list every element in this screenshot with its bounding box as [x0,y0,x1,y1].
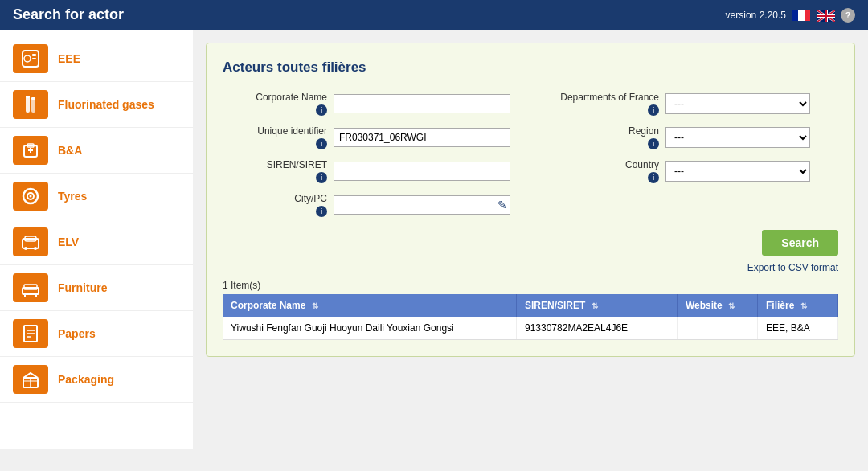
country-info-icon[interactable]: i [648,172,659,183]
cell-filiere: EEE, B&A [758,317,838,340]
unique-identifier-input[interactable] [334,128,510,147]
item-count: 1 Item(s) [223,280,838,291]
siren-siret-label: SIREN/SIRET [267,159,327,170]
corporate-name-info-icon[interactable]: i [316,104,327,116]
eee-icon [13,44,48,73]
svg-rect-14 [31,98,35,113]
corporate-name-input[interactable] [334,94,510,113]
search-form: Corporate Name i Unique identifier i [223,92,838,217]
tyres-icon [13,182,48,211]
bna-icon [13,136,48,165]
city-pc-info-icon[interactable]: i [316,206,327,217]
city-pc-input-wrap: ✎ [334,195,510,215]
header: Search for actor version 2.20.5 ? [0,0,868,30]
form-left: Corporate Name i Unique identifier i [223,92,514,217]
siren-siret-info-icon[interactable]: i [316,172,327,183]
packaging-icon [13,365,48,394]
table-header: Corporate Name ⇅ SIREN/SIRET ⇅ Website ⇅ [223,294,838,317]
region-label: Region [628,125,659,137]
sidebar-item-furniture-label: Furniture [58,281,107,294]
cell-siren-siret: 91330782MA2EAL4J6E [517,317,678,340]
sidebar-item-furniture[interactable]: Furniture [0,265,193,311]
svg-rect-13 [26,96,30,113]
search-box: Acteurs toutes filières Corporate Name i [206,43,855,357]
svg-rect-11 [32,54,36,56]
unique-identifier-row: Unique identifier i [223,125,514,149]
cell-corporate-name: Yiwushi Fengfan Guoji Huoyun Daili Youxi… [223,317,517,340]
corporate-name-row: Corporate Name i [223,92,514,116]
fluorinated-icon [13,90,48,119]
corporate-name-label: Corporate Name [256,92,327,103]
table-body: Yiwushi Fengfan Guoji Huoyun Daili Youxi… [223,317,838,340]
country-row: Country i --- [547,159,838,183]
sidebar-item-fluorinated-label: Fluorinated gases [58,98,154,111]
sidebar-item-fluorinated[interactable]: Fluorinated gases [0,82,193,128]
departments-info-icon[interactable]: i [648,104,659,116]
main-layout: EEE Fluorinated gases [0,30,868,449]
search-button[interactable]: Search [762,230,838,256]
results-table: Corporate Name ⇅ SIREN/SIRET ⇅ Website ⇅ [223,294,838,340]
sort-icon-filiere: ⇅ [800,301,807,310]
flag-fr-icon[interactable] [792,10,810,21]
svg-rect-16 [31,97,35,100]
sidebar-item-papers[interactable]: Papers [0,311,193,357]
version-text: version 2.20.5 [726,10,786,21]
table-row[interactable]: Yiwushi Fengfan Guoji Huoyun Daili Youxi… [223,317,838,340]
form-right: Departments of France i --- Region i [547,92,838,217]
sort-icon-website: ⇅ [728,301,735,310]
sidebar-item-bna-label: B&A [58,144,82,157]
sidebar-item-packaging[interactable]: Packaging [0,357,193,403]
country-select[interactable]: --- [665,161,810,182]
region-select[interactable]: --- [665,127,810,148]
svg-point-26 [24,247,27,250]
col-website[interactable]: Website ⇅ [678,294,758,317]
sidebar-item-eee-label: EEE [58,52,80,65]
sidebar: EEE Fluorinated gases [0,30,193,449]
sort-icon-corporate-name: ⇅ [312,301,318,310]
departments-select[interactable]: --- [665,93,810,114]
col-filiere[interactable]: Filière ⇅ [758,294,838,317]
help-icon[interactable]: ? [841,8,855,23]
search-button-row: Search [223,230,838,256]
export-row: Export to CSV format [223,262,838,273]
siren-siret-row: SIREN/SIRET i [223,159,514,183]
svg-point-10 [24,55,31,62]
siren-siret-input[interactable] [334,162,510,181]
section-title: Acteurs toutes filières [223,59,838,76]
col-siren-siret[interactable]: SIREN/SIRET ⇅ [517,294,678,317]
departments-row: Departments of France i --- [547,92,838,116]
elv-icon [13,227,48,256]
sidebar-item-elv[interactable]: ELV [0,219,193,265]
papers-icon [13,319,48,348]
city-pc-edit-icon[interactable]: ✎ [497,199,507,211]
export-csv-link[interactable]: Export to CSV format [747,262,838,273]
svg-rect-15 [26,96,30,98]
page-title: Search for actor [13,6,124,23]
region-row: Region i --- [547,125,838,149]
unique-identifier-info-icon[interactable]: i [316,138,327,149]
departments-label: Departments of France [560,92,659,103]
sidebar-item-bna[interactable]: B&A [0,128,193,174]
city-pc-row: City/PC i ✎ [223,193,514,217]
cell-website [678,317,758,340]
col-corporate-name[interactable]: Corporate Name ⇅ [223,294,517,317]
svg-point-27 [34,247,37,250]
svg-rect-28 [23,288,39,294]
header-right: version 2.20.5 ? [726,8,855,23]
country-label: Country [625,159,659,170]
sidebar-item-tyres[interactable]: Tyres [0,174,193,219]
svg-rect-12 [32,58,36,59]
sort-icon-siren: ⇅ [592,301,598,310]
flag-gb-icon[interactable] [817,10,834,21]
svg-rect-8 [817,15,835,17]
city-pc-label: City/PC [294,193,327,204]
city-pc-input[interactable] [334,195,510,215]
sidebar-item-eee[interactable]: EEE [0,36,193,82]
content-area: Acteurs toutes filières Corporate Name i [193,30,868,449]
sidebar-item-tyres-label: Tyres [58,190,87,203]
region-info-icon[interactable]: i [648,138,659,149]
sidebar-item-papers-label: Papers [58,327,96,340]
sidebar-item-elv-label: ELV [58,236,79,248]
furniture-icon [13,273,48,302]
sidebar-item-packaging-label: Packaging [58,373,114,386]
